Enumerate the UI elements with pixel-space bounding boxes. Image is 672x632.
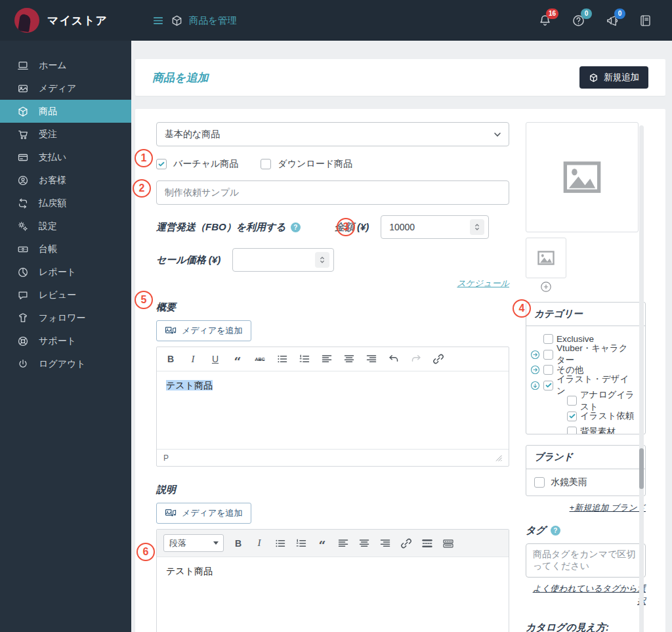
tags-input[interactable] [526,543,646,578]
category-checkbox[interactable] [543,381,553,390]
product-cube-icon [589,73,598,83]
help-icon[interactable]: 0 [572,14,585,28]
expand-icon[interactable] [554,427,564,434]
blockquote-icon[interactable]: “ [316,537,328,549]
sidebar-item-payments[interactable]: 支払い [0,146,131,169]
numbered-list-icon[interactable] [299,353,310,365]
sidebar-item-customers[interactable]: お客様 [0,169,131,192]
popular-tags-link[interactable]: よく使われているタグから選択 [533,583,646,606]
download-product-checkbox[interactable] [261,159,271,169]
ledger-icon [17,243,29,255]
sidebar-item-reports[interactable]: レポート [0,261,131,284]
sidebar-item-home[interactable]: ホーム [0,54,131,77]
category-checkbox[interactable] [567,396,577,406]
add-brand-link[interactable]: +新規追加 ブランド [570,503,646,513]
sidebar-item-media[interactable]: メディア [0,77,131,100]
more-tag-icon[interactable] [421,537,433,549]
expand-icon[interactable] [530,334,540,344]
sidebar-item-refunds[interactable]: 払戻額 [0,192,131,215]
bullet-list-icon[interactable] [274,537,286,549]
category-checkbox[interactable] [543,365,553,375]
home-icon [17,60,29,72]
sidebar-item-label: 払戻額 [39,198,66,209]
sidebar-item-settings[interactable]: 設定 [0,215,131,238]
docs-icon[interactable] [639,14,652,28]
sidebar-item-orders[interactable]: 受注 [0,123,131,146]
hamburger-icon[interactable] [152,14,165,27]
align-center-icon[interactable] [343,353,355,365]
media-add-icon [165,508,177,518]
expand-icon[interactable] [554,411,564,421]
resize-grip-icon[interactable] [495,455,502,461]
virtual-product-label: バーチャル商品 [173,158,238,170]
summary-editor-content[interactable]: テスト商品 [157,371,509,449]
align-left-icon[interactable] [337,537,349,549]
add-media-button[interactable]: メディアを追加 [156,320,251,341]
category-item: 背景素材 [554,424,635,434]
sidebar: ホーム メディア 商品 受注 支払い お [0,41,131,632]
sidebar-item-followers[interactable]: フォロワー [0,306,131,329]
category-checkbox[interactable] [567,411,577,421]
stepper-icon[interactable] [470,219,484,235]
followers-icon [17,312,29,324]
bullet-list-icon[interactable] [276,353,288,365]
store-brand[interactable]: マイストア [0,8,131,33]
product-type-select[interactable]: 基本的な商品 [156,122,509,146]
category-checkbox[interactable] [567,427,577,434]
sidebar-item-label: お客様 [39,175,66,186]
underline-icon[interactable]: U [209,353,221,365]
blockquote-icon[interactable]: “ [232,353,243,365]
brand-item: 水鏡美雨 [526,469,645,495]
info-icon[interactable]: ? [551,526,560,536]
bold-icon[interactable]: B [165,353,177,365]
breadcrumb-label[interactable]: 商品を管理 [189,14,237,27]
expand-icon[interactable] [530,365,540,375]
link-icon[interactable] [432,353,444,365]
sidebar-item-reviews[interactable]: レビュー [0,284,131,306]
add-image-icon[interactable] [540,281,552,293]
featured-image-box[interactable] [526,122,639,232]
virtual-product-checkbox[interactable] [156,159,167,169]
paragraph-select[interactable]: 段落 [163,534,224,552]
sidebar-item-support[interactable]: サポート [0,329,131,352]
gallery-image-box[interactable] [526,238,566,278]
expand-icon[interactable] [530,381,540,390]
keyboard-icon[interactable] [442,537,454,549]
redo-icon[interactable] [410,353,422,365]
summary-text: テスト商品 [166,380,213,390]
category-label: イラスト依頼 [580,410,634,422]
sidebar-item-logout[interactable]: ログアウト [0,352,131,375]
italic-icon[interactable]: I [253,537,265,549]
expand-icon[interactable] [554,396,564,406]
italic-icon[interactable]: I [187,353,199,365]
sidebar-item-label: 支払い [39,152,66,163]
scrollbar-thumb[interactable] [639,448,644,489]
paragraph-indicator: P [163,453,169,463]
undo-icon[interactable] [388,353,400,365]
bold-icon[interactable]: B [232,537,244,549]
brand-checkbox[interactable] [534,477,545,488]
strikethrough-icon[interactable]: ABC [254,353,266,365]
bell-icon[interactable]: 16 [538,14,552,28]
product-name-input[interactable] [156,180,509,205]
topbar-icons: 16 0 0 [538,14,652,28]
expand-icon[interactable] [530,350,540,360]
media-icon [17,83,29,95]
stepper-icon[interactable] [315,252,329,268]
add-media-button[interactable]: メディアを追加 [156,503,251,524]
sidebar-item-ledger[interactable]: 台帳 [0,238,131,261]
link-icon[interactable] [400,537,412,549]
align-center-icon[interactable] [358,537,370,549]
info-icon[interactable]: ? [291,222,301,232]
align-right-icon[interactable] [366,353,377,365]
align-right-icon[interactable] [379,537,391,549]
description-editor-content[interactable]: テスト商品 [157,557,509,632]
sidebar-item-products[interactable]: 商品 [0,100,131,123]
category-checkbox[interactable] [543,334,553,344]
numbered-list-icon[interactable] [295,537,307,549]
schedule-link[interactable]: スケジュール [457,278,509,288]
align-left-icon[interactable] [321,353,333,365]
add-new-button[interactable]: 新規追加 [579,66,648,89]
announcements-icon[interactable]: 0 [605,14,619,28]
category-checkbox[interactable] [543,350,553,360]
